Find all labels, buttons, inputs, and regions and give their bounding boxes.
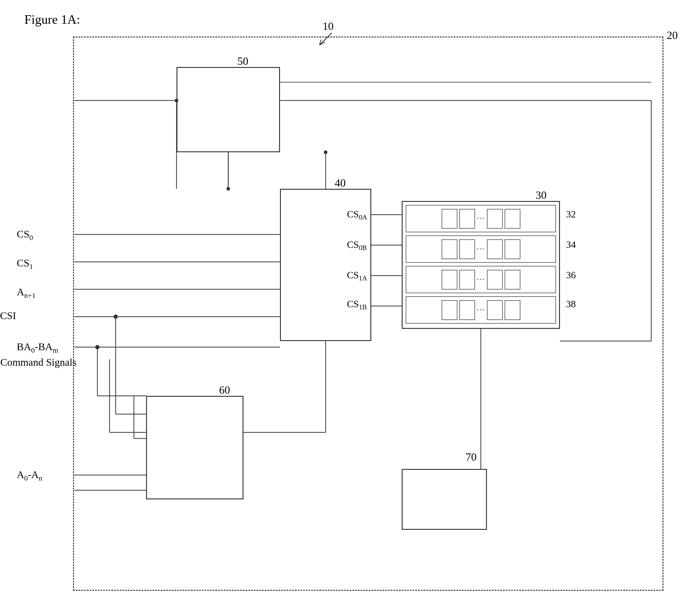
- mem-cell: [487, 209, 503, 229]
- mem-cell: [505, 270, 520, 290]
- ref-block60: 60: [219, 384, 230, 397]
- mem-cell: [459, 300, 475, 320]
- block-70: [402, 469, 487, 530]
- mem-row-34: ···: [406, 235, 556, 263]
- label-cs1a: CS1A: [347, 270, 367, 282]
- ref-32: 32: [566, 209, 576, 220]
- ref-38: 38: [566, 298, 576, 310]
- mem-cell: [487, 300, 503, 320]
- mem-row-36: ···: [406, 266, 556, 293]
- mem-cell: [459, 270, 475, 290]
- ref-block40: 40: [335, 176, 346, 189]
- mem-dots: ···: [477, 305, 485, 315]
- label-cs0b: CS0B: [347, 239, 367, 252]
- ref-34: 34: [566, 239, 576, 250]
- mem-cell: [505, 209, 520, 229]
- mem-cell: [459, 239, 475, 259]
- mem-cell: [442, 239, 457, 259]
- label-cs1b: CS1B: [347, 298, 367, 311]
- mem-cell: [442, 209, 457, 229]
- ref-20: 20: [667, 29, 678, 42]
- mem-row-38: ···: [406, 296, 556, 324]
- signal-cmd: Command Signals: [0, 357, 76, 368]
- mem-cell: [442, 270, 457, 290]
- block-30: ··· ··· ··· ···: [402, 201, 560, 329]
- mem-dots: ···: [477, 275, 485, 284]
- mem-cell: [487, 239, 503, 259]
- signal-an1: An+1: [17, 286, 36, 299]
- block-60: [146, 396, 243, 499]
- block-50: [176, 67, 280, 152]
- label-cs0a: CS0A: [347, 209, 367, 221]
- mem-cell: [505, 300, 520, 320]
- mem-cell: [487, 270, 503, 290]
- signal-a0: A0-An: [17, 469, 42, 482]
- mem-cell: [459, 209, 475, 229]
- signal-cs1: CS1: [17, 257, 33, 271]
- ref-block50: 50: [237, 55, 248, 67]
- mem-dots: ···: [477, 214, 485, 224]
- figure-label: Figure 1A:: [24, 12, 80, 27]
- ref-block30: 30: [536, 189, 547, 202]
- ref-block70: 70: [465, 451, 477, 463]
- ref-10: 10: [322, 20, 334, 33]
- mem-dots: ···: [477, 244, 485, 254]
- signal-csi: CSI: [0, 310, 16, 322]
- mem-cell: [442, 300, 457, 320]
- signal-ba: BA0-BAm: [17, 341, 58, 354]
- ref-36: 36: [566, 270, 576, 281]
- signal-cs0: CS0: [17, 228, 33, 242]
- mem-cell: [505, 239, 520, 259]
- mem-row-32: ···: [406, 205, 556, 232]
